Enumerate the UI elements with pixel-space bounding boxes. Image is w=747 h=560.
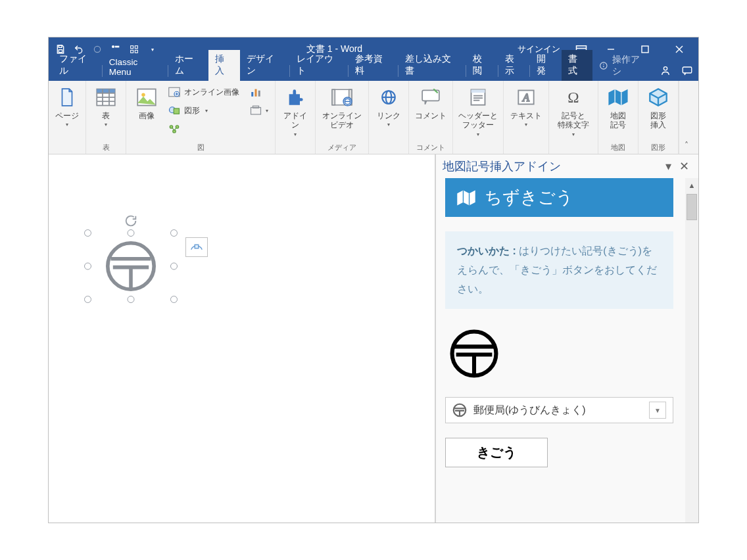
task-pane-close-icon[interactable]: ✕ [676,159,692,174]
chart-icon [250,86,262,98]
group-label-tables: 表 [90,141,122,152]
tab-format[interactable]: 書式 [562,50,592,81]
addins-icon [284,86,306,108]
group-illustrations: 画像 オンライン画像 図形▾ [126,81,276,154]
resize-handle[interactable] [128,296,135,303]
tab-home[interactable]: ホーム [168,50,208,81]
svg-rect-34 [174,108,179,114]
selected-shape[interactable] [88,233,174,299]
svg-rect-8 [135,50,137,53]
group-label-shape: 図形 [642,141,674,152]
map-symbol-button[interactable]: 地図 記号 [602,85,634,130]
chart-button[interactable] [247,85,271,99]
tab-classic-menu[interactable]: Classic Menu [103,54,168,81]
collapse-ribbon-icon[interactable]: ˄ [679,81,693,154]
resize-handle[interactable] [170,296,178,303]
tell-me-search[interactable]: 操作アシ [592,51,654,81]
tab-mailings[interactable]: 差し込み文書 [398,50,466,81]
redo-icon[interactable] [92,44,103,55]
workspace: 地図記号挿入アドイン ▾ ✕ ちずきごう つかいかた : はりつけたい記号(きご… [49,154,698,523]
svg-text:A: A [522,91,530,104]
group-pages: ページ ▾ [49,81,86,154]
insert-symbol-button[interactable]: きごう [445,438,548,467]
shapes-button[interactable]: 図形▾ [166,103,242,118]
document-page [49,154,435,523]
resize-handle[interactable] [84,263,91,270]
chevron-down-icon: ▾ [105,122,107,128]
resize-handle[interactable] [128,229,135,237]
group-label-comments: コメント [413,141,448,152]
task-pane: 地図記号挿入アドイン ▾ ✕ ちずきごう つかいかた : はりつけたい記号(きご… [435,154,698,523]
tab-view[interactable]: 表示 [498,50,529,81]
svg-rect-40 [258,91,260,97]
svg-rect-38 [251,92,253,97]
chevron-down-icon[interactable]: ▼ [649,402,666,419]
comment-button[interactable]: コメント [413,85,448,120]
smartart-button[interactable] [166,122,242,136]
svg-rect-21 [97,89,115,93]
task-pane-options-icon[interactable]: ▾ [660,159,676,174]
tab-developer[interactable]: 開発 [530,50,561,81]
qat-more-icon[interactable]: ▾ [147,44,158,55]
text-button[interactable]: A テキスト ▾ [508,85,544,128]
resize-handle[interactable] [84,296,91,303]
scroll-thumb[interactable] [687,194,697,220]
scroll-up-icon[interactable]: ▲ [685,178,698,193]
post-office-small-icon [452,403,467,417]
shape-insert-button[interactable]: 図形 挿入 [642,85,674,130]
resize-handle[interactable] [170,229,178,237]
group-links: リンク ▾ [369,81,409,154]
symbols-button[interactable]: Ω 記号と 特殊文字 ▾ [553,85,594,137]
tab-insert[interactable]: 挿入 [208,50,239,81]
picture-icon [135,86,158,108]
header-footer-button[interactable]: ヘッダーと フッター ▾ [457,85,499,137]
svg-rect-42 [253,106,259,108]
chevron-down-icon: ▾ [572,131,575,137]
tab-references[interactable]: 参考資料 [349,50,398,81]
document-area[interactable] [49,154,435,523]
close-button[interactable] [664,37,694,61]
screenshot-icon [250,105,262,116]
instructions-label: つかいかた : [457,245,516,256]
tab-design[interactable]: デザイン [240,50,289,81]
word-window: ▾ 文書 1 - Word サインイン ファイル Classic Menu ホー… [48,37,699,523]
screenshot-button[interactable]: ▾ [247,103,271,118]
links-button[interactable]: リンク ▾ [373,85,404,128]
tab-review[interactable]: 校閲 [466,50,497,81]
svg-rect-4 [115,46,120,48]
svg-rect-19 [683,67,692,73]
chevron-down-icon: ▾ [294,131,297,137]
addins-button[interactable]: アドイ ン ▾ [279,85,311,137]
addin-header: ちずきごう [445,178,673,217]
omega-icon: Ω [562,86,585,108]
group-tables: 表 ▾ 表 [86,81,126,154]
customize-qat-icon[interactable] [110,44,121,55]
pictures-button[interactable]: 画像 [130,85,163,120]
table-icon [95,86,117,108]
tab-file[interactable]: ファイル [53,50,102,81]
group-label-map: 地図 [602,141,634,152]
symbol-selector[interactable]: 郵便局(ゆうびんきょく) ▼ [445,397,673,423]
layout-options-button[interactable] [185,237,208,257]
task-pane-title: 地図記号挿入アドイン [443,158,660,174]
pages-button[interactable]: ページ ▾ [53,85,82,128]
resize-handle[interactable] [170,263,178,270]
ribbon: ページ ▾ 表 ▾ 表 [49,81,698,154]
touch-mouse-mode-icon[interactable] [129,44,139,55]
share-icon[interactable] [654,61,676,81]
online-pictures-button[interactable]: オンライン画像 [166,85,242,99]
comments-icon[interactable] [677,61,698,81]
smartart-icon [168,123,180,135]
svg-rect-67 [195,245,199,248]
text-box-icon: A [515,86,537,108]
group-shape-insert: 図形 挿入 図形 [639,81,679,154]
resize-handle[interactable] [84,229,91,237]
table-button[interactable]: 表 ▾ [90,85,122,128]
chevron-down-icon: ▾ [525,122,527,128]
svg-point-18 [663,67,667,70]
online-video-button[interactable]: オンライン ビデオ [320,85,364,130]
tab-layout[interactable]: レイアウト [290,50,349,81]
rotation-handle-icon[interactable] [124,214,138,228]
instructions-box: つかいかた : はりつけたい記号(きごう)をえらんで、「きごう」ボタンをおしてく… [445,231,673,309]
task-pane-scrollbar[interactable]: ▲ [685,178,698,523]
